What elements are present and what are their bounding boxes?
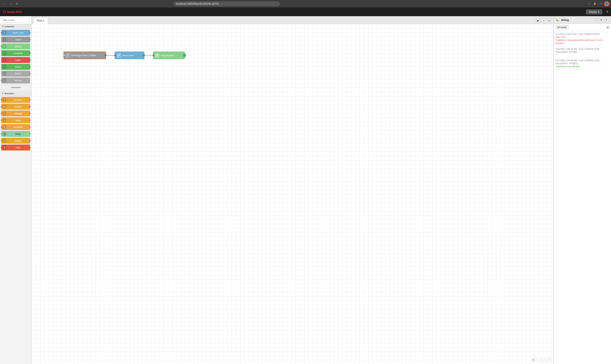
tab-play-button[interactable]: ▶ (536, 18, 541, 23)
address-bar[interactable] (173, 1, 280, 6)
debug-settings-button[interactable]: ⚙ (599, 18, 604, 22)
canvas-fit-button[interactable]: ⊡ (531, 358, 536, 362)
deploy-button[interactable]: Deploy ▾ (586, 9, 602, 14)
refresh-button[interactable]: ↻ (14, 1, 20, 6)
sidebar-node-status[interactable]: ~ status (1, 64, 30, 70)
link-out-label: link out (7, 79, 29, 82)
port-right (29, 133, 31, 135)
debug-msg-1-type: msg : error (555, 36, 609, 38)
sidebar-node-inject[interactable]: → inject (1, 37, 30, 43)
lower-case-icon: ≡ (2, 31, 6, 35)
switch-label: switch (7, 105, 29, 108)
sidebar-node-range[interactable]: ⇔ range (1, 117, 30, 123)
function-label-text: function (7, 99, 29, 101)
tab-add-button[interactable]: + (541, 18, 546, 23)
template-icon: {} (2, 125, 6, 129)
canvas-zoom-out-button[interactable]: − (536, 358, 541, 362)
tab-controls: ▶ + ≡ (536, 18, 552, 24)
lower-case-body: ≡ lower-case (115, 53, 144, 57)
sidebar-node-link-in[interactable]: → link in (1, 71, 30, 77)
debug-panel-header: 🐛 debug i ⚙ ▾ (554, 16, 611, 24)
sidebar-node-link-out[interactable]: → link out (1, 78, 30, 83)
sidebar-node-trigger[interactable]: ⇥ trigger (1, 138, 30, 144)
function-label: function (4, 92, 14, 95)
lower-case-port-right (143, 54, 145, 56)
port-right (29, 99, 31, 101)
sidebar-node-template[interactable]: {} template (1, 124, 30, 130)
app: ⬡ Node-RED Deploy ▾ ≡ ▼ common ≡ (0, 8, 611, 364)
extensions-button[interactable]: ⚡ (592, 1, 597, 6)
catch-label: catch (7, 59, 29, 61)
complete-icon: ! (2, 51, 6, 55)
forward-button[interactable]: → (8, 1, 13, 6)
user-avatar: 👤 (604, 1, 609, 6)
port-right (29, 39, 31, 40)
sidebar-node-catch[interactable]: ! catch (1, 57, 30, 63)
trigger-icon: ⇥ (2, 139, 6, 143)
port-right (29, 126, 31, 128)
sidebar-node-function[interactable]: f function (1, 97, 30, 103)
comment-label: comment (3, 86, 28, 89)
debug-msg-3-type: msg.payload : string[22] (555, 62, 609, 65)
exec-label: exec (7, 146, 29, 149)
debug-msg-2-timestamp: 3/11/2020, 6:00:31 AM (555, 48, 577, 50)
debug-msg-1-header: 3/11/2020, 5:59:41 AM node: df9950c4.030… (555, 33, 609, 35)
canvas[interactable]: → Greetings From LiuMiao ≡ lower-case (31, 24, 553, 364)
change-icon: ✕ (2, 112, 6, 115)
port-left (0, 140, 2, 142)
debug-info-button[interactable]: i (594, 18, 598, 22)
shield-button[interactable]: 🛡 (598, 1, 603, 6)
port-right (29, 147, 31, 148)
sidebar-node-exec[interactable]: ⚙ exec (1, 144, 30, 151)
canvas-zoom-reset-button[interactable]: ○ (542, 358, 546, 362)
sidebar-node-lower-case[interactable]: ≡ lower case (1, 30, 30, 36)
debug-msg-3-timestamp: 3/11/2020, 6:00:58 AM (555, 59, 577, 62)
complete-label: complete (7, 52, 29, 54)
category-common[interactable]: ▼ common (0, 24, 31, 29)
debug-msg-3-body: "greetings from liumiao" (555, 65, 609, 68)
debug-message-2: 3/11/2020, 6:00:31 AM node: b73f9d94.524… (555, 47, 610, 58)
tab-flow1[interactable]: Flow 1 (33, 17, 48, 24)
deploy-dropdown-icon: ▾ (598, 11, 599, 13)
filter-nodes-input[interactable] (2, 17, 30, 23)
sidebar-node-delay[interactable]: ◷ delay (1, 131, 30, 137)
debug-header-controls: i ⚙ ▾ (594, 18, 609, 22)
inject-label: inject (7, 38, 29, 41)
exec-icon: ⚙ (2, 146, 6, 149)
sidebar-node-debug[interactable]: ☰ debug (1, 43, 30, 49)
category-function[interactable]: ▼ function (0, 91, 31, 96)
sidebar-node-change[interactable]: ✕ change (1, 110, 30, 117)
clear-debug-button[interactable]: 🗑 (606, 26, 609, 29)
canvas-node-debug[interactable]: ☰ msg.payload (153, 52, 185, 59)
all-nodes-button[interactable]: all nodes (555, 25, 569, 29)
deploy-label: Deploy (589, 11, 597, 13)
inject-icon: → (2, 38, 6, 41)
logo: ⬡ Node-RED (2, 10, 22, 14)
sidebar-node-switch[interactable]: ⇌ switch (1, 104, 30, 110)
debug-msg-2-body: "" (555, 53, 609, 57)
port-right (29, 119, 31, 121)
function-arrow: ▼ (2, 92, 4, 94)
debug-msg-2-header: 3/11/2020, 6:00:31 AM node: b73f9d94.524… (555, 48, 609, 50)
debug-messages: 3/11/2020, 5:59:41 AM node: df9950c4.030… (554, 31, 611, 364)
hamburger-menu[interactable]: ≡ (606, 10, 609, 14)
debug-dropdown-button[interactable]: ▾ (604, 18, 609, 22)
sidebar-node-complete[interactable]: ! complete (1, 50, 30, 56)
bookmark-button[interactable]: ☆ (586, 1, 591, 6)
tab-list-button[interactable]: ≡ (547, 18, 552, 23)
inject-body: → Greetings From LiuMiao (64, 53, 106, 57)
main-layout: ▼ common ≡ lower case → inject ☰ (0, 16, 611, 364)
debug-msg-3-header: 3/11/2020, 6:00:58 AM node: b73f9d94.524… (555, 59, 609, 62)
debug-port-right (183, 54, 186, 57)
sidebar-node-comment[interactable]: comment (1, 84, 30, 90)
canvas-node-inject[interactable]: → Greetings From LiuMiao (64, 52, 106, 59)
browser-icons: ☆ ⚡ 🛡 👤 (586, 1, 609, 6)
port-right (29, 106, 31, 107)
back-button[interactable]: ← (2, 1, 7, 6)
port-left (0, 80, 2, 81)
inject-port-left (63, 54, 65, 56)
port-right (29, 52, 31, 54)
canvas-zoom-in-button[interactable]: + (547, 358, 552, 362)
canvas-node-lower-case[interactable]: ≡ lower-case (115, 52, 144, 59)
debug-label: debug (7, 45, 29, 48)
